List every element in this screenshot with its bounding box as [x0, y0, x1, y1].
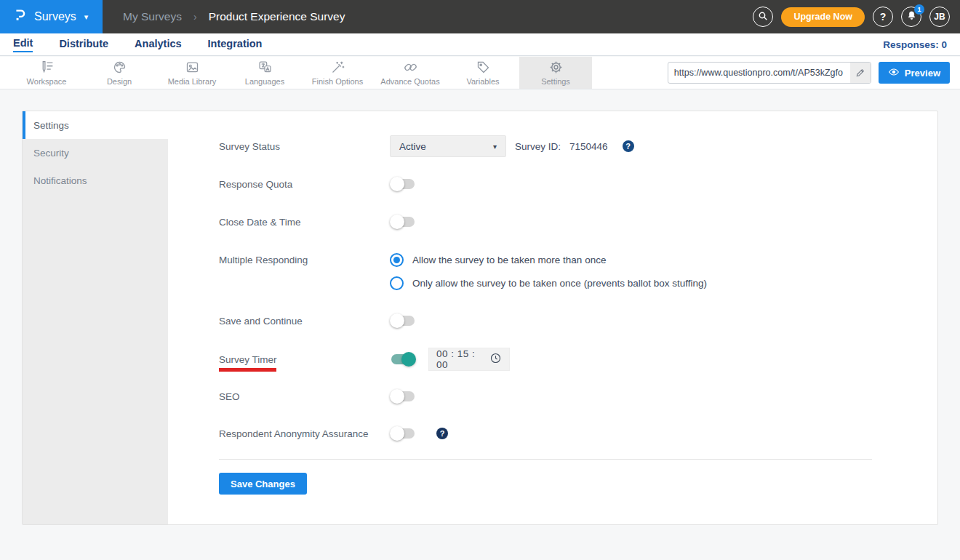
tab-analytics[interactable]: Analytics [135, 38, 181, 52]
anonymity-toggle[interactable] [390, 426, 416, 441]
product-name: Surveys [34, 10, 76, 23]
toolbar-item-advance-quotas[interactable]: Advance Quotas [374, 57, 447, 89]
search-icon [757, 10, 769, 24]
toolbar-item-settings[interactable]: Settings [519, 57, 592, 89]
edit-toolbar: Workspace Design Media Library [0, 57, 960, 89]
sidebar-item-notifications[interactable]: Notifications [23, 167, 168, 194]
questionpro-logo-icon [12, 7, 28, 26]
edit-url-button[interactable] [850, 63, 871, 83]
save-changes-button[interactable]: Save Changes [219, 473, 307, 495]
notification-count-badge: 1 [914, 4, 924, 15]
clock-icon [489, 352, 502, 367]
survey-timer-value: 00 : 15 : 00 [436, 348, 489, 370]
survey-url-input[interactable] [668, 68, 850, 78]
avatar[interactable]: JB [929, 7, 950, 27]
breadcrumb: My Surveys › Product Experience Survey [123, 10, 345, 23]
survey-id-label: Survey ID: [515, 141, 561, 152]
design-palette-icon [112, 60, 127, 75]
breadcrumb-my-surveys[interactable]: My Surveys [123, 10, 182, 23]
tag-icon [476, 60, 491, 75]
survey-status-dropdown[interactable]: Active ▾ [390, 135, 506, 157]
multiple-responding-label: Multiple Responding [219, 253, 390, 265]
toolbar-item-languages[interactable]: Languages [228, 57, 301, 89]
toolbar-item-design[interactable]: Design [83, 57, 156, 89]
chevron-down-icon: ▾ [84, 12, 89, 22]
search-button[interactable] [753, 7, 773, 27]
tab-edit[interactable]: Edit [13, 37, 33, 52]
chain-link-icon [403, 60, 418, 75]
toolbar-item-finish-options[interactable]: Finish Options [301, 57, 374, 89]
save-continue-label: Save and Continue [219, 316, 390, 327]
close-date-toggle[interactable] [390, 215, 416, 229]
chevron-down-icon: ▾ [493, 143, 497, 151]
survey-url-field [668, 62, 871, 84]
form-divider [219, 459, 872, 460]
sidebar-item-security[interactable]: Security [23, 139, 168, 167]
anonymity-help-icon[interactable]: ? [436, 428, 448, 439]
help-button[interactable]: ? [873, 7, 893, 27]
radio-allow-once[interactable]: Only allow the survey to be taken once (… [390, 276, 707, 290]
radio-selected-icon [390, 253, 404, 267]
eye-icon [888, 66, 900, 80]
toolbar-item-workspace[interactable]: Workspace [10, 57, 83, 89]
radio-unselected-icon [390, 276, 404, 290]
survey-id-help-icon[interactable]: ? [623, 140, 634, 152]
seo-toggle[interactable] [390, 389, 416, 404]
workspace-icon [39, 60, 55, 75]
survey-id-value: 7150446 [569, 141, 608, 152]
top-navbar: Surveys ▾ My Surveys › Product Experienc… [0, 0, 960, 33]
avatar-initials: JB [934, 12, 945, 22]
response-quota-label: Response Quota [219, 179, 390, 190]
gear-icon [548, 60, 564, 75]
seo-label: SEO [219, 391, 390, 402]
sidebar-item-settings[interactable]: Settings [23, 111, 168, 139]
survey-timer-annotation-underline [219, 368, 276, 372]
tab-distribute[interactable]: Distribute [59, 38, 108, 52]
settings-panel: Settings Security Notifications Survey S… [22, 111, 938, 525]
anonymity-label: Respondent Anonymity Assurance [219, 428, 390, 439]
survey-timer-label: Survey Timer [219, 354, 390, 365]
media-library-icon [185, 60, 200, 75]
save-continue-toggle[interactable] [390, 313, 416, 328]
responses-count[interactable]: Responses: 0 [883, 39, 947, 50]
survey-timer-toggle[interactable] [390, 352, 416, 367]
question-mark-icon: ? [880, 11, 887, 23]
magic-wand-icon [330, 60, 345, 75]
settings-sidebar: Settings Security Notifications [23, 111, 168, 524]
tab-integration[interactable]: Integration [208, 38, 263, 52]
preview-button[interactable]: Preview [879, 62, 950, 84]
languages-translate-icon [257, 60, 273, 75]
survey-timer-duration-field[interactable]: 00 : 15 : 00 [428, 348, 510, 371]
pencil-icon [855, 68, 865, 78]
product-switcher[interactable]: Surveys ▾ [0, 0, 103, 33]
response-quota-toggle[interactable] [390, 177, 416, 191]
breadcrumb-current-survey: Product Experience Survey [209, 10, 345, 23]
close-date-label: Close Date & Time [219, 217, 390, 228]
survey-status-label: Survey Status [219, 141, 390, 152]
toolbar-item-media-library[interactable]: Media Library [156, 57, 228, 89]
upgrade-now-button[interactable]: Upgrade Now [781, 7, 865, 27]
radio-allow-multiple[interactable]: Allow the survey to be taken more than o… [390, 253, 707, 267]
breadcrumb-separator-icon: › [193, 11, 197, 23]
survey-nav: Edit Distribute Analytics Integration Re… [0, 33, 960, 56]
notifications-button[interactable]: 1 [901, 7, 921, 27]
toolbar-item-variables[interactable]: Variables [447, 57, 519, 89]
